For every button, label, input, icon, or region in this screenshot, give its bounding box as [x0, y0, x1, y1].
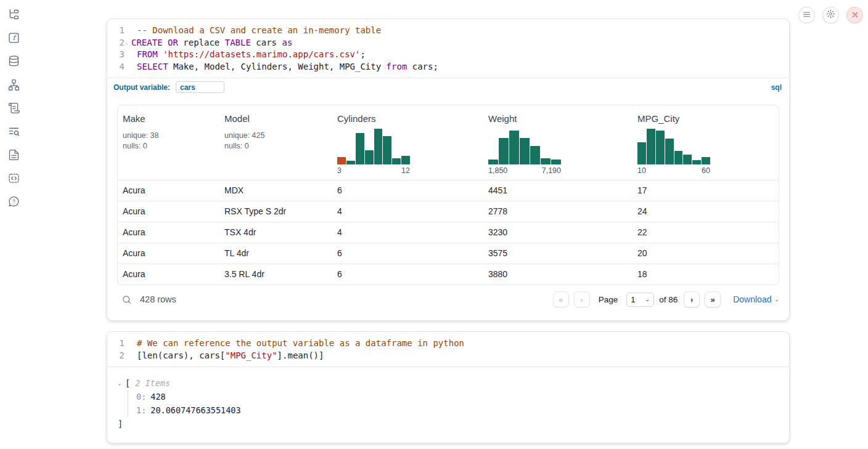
hist-min-label: 10: [637, 166, 646, 175]
page-label: Page: [599, 295, 618, 304]
last-page-button[interactable]: »: [705, 291, 721, 307]
column-header-cylinders[interactable]: Cylinders 312: [332, 105, 483, 180]
mpg-city-histogram[interactable]: 1060: [637, 129, 710, 175]
language-badge[interactable]: sql: [771, 83, 782, 92]
code-line[interactable]: 1 # We can reference the output variable…: [111, 338, 780, 350]
download-button[interactable]: Download ⌄: [733, 294, 779, 304]
table-row[interactable]: Acura TSX 4dr 4 3230 22: [118, 222, 779, 243]
hist-min-label: 3: [337, 166, 342, 175]
histogram-bar: [541, 158, 551, 164]
close-bracket: ]: [118, 417, 779, 431]
code-line[interactable]: 2 [len(cars), cars["MPG_City"].mean()]: [111, 350, 780, 362]
table-row[interactable]: Acura MDX 6 4451 17: [118, 180, 779, 201]
dependency-graph-icon: [7, 78, 20, 94]
function-icon: f: [7, 31, 20, 47]
sidebar-item-outline[interactable]: [7, 102, 20, 116]
table-row[interactable]: Acura RSX Type S 2dr 4 2778 24: [118, 201, 779, 222]
collapse-chevron-icon[interactable]: ⌄: [118, 376, 125, 390]
table-row[interactable]: Acura 3.5 RL 4dr 6 3880 18: [118, 264, 779, 285]
sql-comment: -- Download a CSV and create an in-memor…: [137, 25, 381, 35]
sql-url-string: 'https://datasets.marimo.app/cars.csv': [163, 49, 360, 59]
sidebar-item-file-explorer[interactable]: [7, 9, 20, 22]
histogram-bar: [656, 131, 665, 164]
sidebar-item-logs[interactable]: [7, 126, 20, 139]
sidebar-item-datasources[interactable]: [7, 55, 20, 69]
line-number: 2: [111, 350, 125, 362]
line-number: 2: [111, 37, 125, 49]
open-bracket: [: [125, 376, 130, 390]
list-entries: 0:428 1:20.060747663551403: [128, 390, 779, 417]
histogram-bar: [551, 160, 561, 164]
weight-histogram[interactable]: 1,8507,190: [488, 129, 561, 175]
fold-chevron-icon[interactable]: ⌄: [125, 37, 131, 49]
table-row[interactable]: Acura TL 4dr 6 3575 20: [118, 243, 779, 264]
line-number: 4: [111, 61, 125, 73]
col-stat: unique: 38: [123, 131, 215, 141]
histogram-bar: [365, 150, 374, 164]
notebook-area: 1 -- Download a CSV and create an in-mem…: [107, 18, 790, 443]
python-output: ⌄ [ 2 Items 0:428 1:20.060747663551403 ]: [107, 367, 789, 443]
histogram-bar: [374, 129, 383, 164]
first-page-button[interactable]: «: [553, 291, 569, 307]
search-icon[interactable]: [121, 294, 132, 305]
sidebar-item-variables[interactable]: f: [7, 32, 20, 46]
histogram-bar: [337, 157, 346, 164]
column-header-weight[interactable]: Weight 1,8507,190: [483, 105, 633, 180]
code-snippet-icon: [7, 172, 20, 187]
output-variable-input[interactable]: [176, 81, 224, 93]
col-stat: nulls: 0: [123, 141, 215, 152]
column-header-make[interactable]: Make unique: 38 nulls: 0: [118, 105, 219, 180]
list-search-icon: [7, 125, 20, 140]
code-line[interactable]: 4 SELECT Make, Model, Cylinders, Weight,…: [111, 61, 780, 73]
table-header-row: Make unique: 38 nulls: 0 Model unique: 4…: [118, 105, 779, 180]
histogram-bar: [692, 160, 701, 164]
cylinders-histogram[interactable]: 312: [337, 129, 410, 175]
hist-max-label: 60: [702, 166, 710, 175]
histogram-bar: [346, 161, 355, 164]
settings-button[interactable]: [822, 7, 839, 23]
line-number: 1: [111, 25, 125, 37]
chevron-down-icon: ⌄: [774, 296, 779, 302]
col-stat: unique: 425: [224, 131, 327, 141]
histogram-bar: [665, 139, 674, 164]
sidebar-item-help[interactable]: ?: [7, 196, 20, 209]
page-select[interactable]: 1 ⌄: [626, 293, 654, 307]
code-line[interactable]: 3 FROM 'https://datasets.marimo.app/cars…: [111, 49, 780, 61]
histogram-bar: [683, 155, 692, 164]
code-line[interactable]: 1 -- Download a CSV and create an in-mem…: [111, 25, 780, 37]
prev-page-button[interactable]: ‹: [574, 291, 590, 307]
svg-text:f: f: [12, 33, 17, 42]
items-count-label: 2 Items: [135, 376, 170, 390]
hist-min-label: 1,850: [488, 166, 507, 175]
sidebar-item-documentation[interactable]: [7, 149, 20, 163]
column-header-model[interactable]: Model unique: 425 nulls: 0: [219, 105, 332, 180]
chevron-down-icon: ⌄: [645, 296, 650, 302]
histogram-bar: [520, 138, 530, 165]
result-table: Make unique: 38 nulls: 0 Model unique: 4…: [117, 105, 779, 285]
list-item: 0:428: [136, 390, 779, 403]
sidebar: f ?: [0, 0, 27, 449]
python-comment: # We can reference the output variable a…: [137, 338, 464, 348]
top-controls: [798, 7, 863, 23]
hist-max-label: 12: [401, 166, 410, 175]
row-count: 428 rows: [140, 294, 176, 304]
python-cell: 1 # We can reference the output variable…: [107, 331, 790, 443]
shutdown-button[interactable]: [846, 7, 863, 23]
line-number: 1: [111, 338, 125, 350]
histogram-bar: [401, 156, 410, 165]
python-code-editor[interactable]: 1 # We can reference the output variable…: [107, 332, 789, 366]
histogram-bar: [392, 158, 401, 164]
code-line[interactable]: 2⌄ CREATE OR replace TABLE cars as: [111, 37, 780, 49]
column-header-mpg-city[interactable]: MPG_City 1060: [633, 105, 779, 180]
line-number: 3: [111, 49, 125, 61]
next-page-button[interactable]: ›: [684, 291, 700, 307]
document-icon: [7, 148, 20, 164]
menu-button[interactable]: [798, 7, 815, 23]
sidebar-item-dependencies[interactable]: [7, 79, 20, 92]
scroll-icon: [7, 102, 20, 117]
hist-max-label: 7,190: [542, 166, 561, 175]
histogram-bar: [383, 136, 391, 164]
close-icon: [851, 10, 859, 21]
sql-code-editor[interactable]: 1 -- Download a CSV and create an in-mem…: [107, 19, 789, 78]
sidebar-item-snippets[interactable]: [7, 172, 20, 186]
